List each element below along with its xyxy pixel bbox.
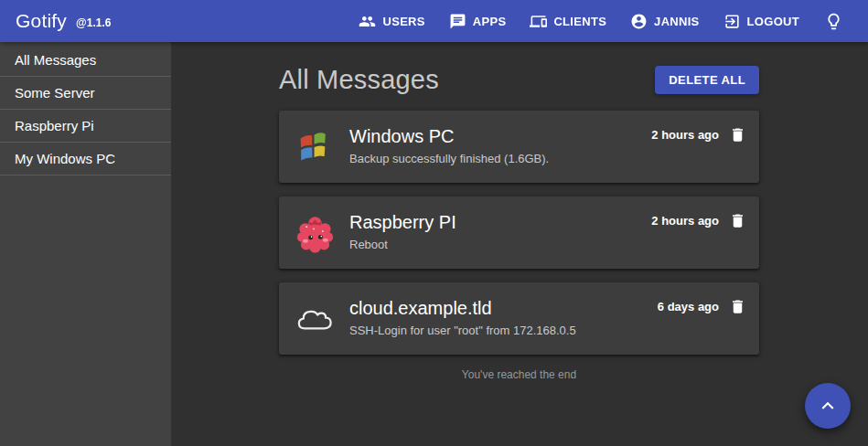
cloud-icon (294, 297, 337, 340)
nav-apps-button[interactable]: APPS (437, 5, 519, 37)
users-icon (359, 13, 376, 30)
nav-users-label: USERS (382, 15, 424, 28)
navbar-actions: USERS APPS CLIENTS JANNIS LOGOUT (347, 5, 852, 38)
nav-username-label: JANNIS (654, 15, 699, 28)
message-title: cloud.example.tld (349, 297, 658, 319)
sidebar: All Messages Some Server Raspberry Pi My… (0, 42, 172, 446)
delete-all-button[interactable]: DELETE ALL (655, 66, 759, 94)
sidebar-item-some-server[interactable]: Some Server (0, 77, 171, 110)
sidebar-item-all-messages[interactable]: All Messages (0, 44, 171, 77)
nav-users-button[interactable]: USERS (347, 5, 436, 37)
account-circle-icon (630, 13, 648, 30)
delete-message-button[interactable] (729, 298, 746, 315)
chevron-up-icon (816, 394, 840, 418)
nav-clients-label: CLIENTS (553, 15, 606, 28)
message-card: cloud.example.tld SSH-Login for user "ro… (279, 282, 759, 355)
page-header: All Messages DELETE ALL (279, 65, 759, 95)
lightbulb-icon (824, 12, 843, 31)
logout-icon (723, 13, 741, 30)
message-body: SSH-Login for user "root" from 172.168.0… (349, 324, 658, 338)
end-of-list-text: You've reached the end (279, 368, 759, 381)
nav-logout-button[interactable]: LOGOUT (712, 5, 811, 37)
trash-icon (729, 212, 746, 229)
raspberry-icon (294, 211, 337, 254)
chat-icon (449, 13, 466, 30)
message-body: Backup successfully finished (1.6GB). (349, 152, 651, 166)
devices-icon (530, 13, 547, 30)
trash-icon (729, 298, 746, 315)
app-version: @1.1.6 (76, 16, 111, 29)
message-card: Raspberry PI Reboot 2 hours ago (279, 196, 759, 269)
trash-icon (729, 126, 746, 143)
theme-toggle-button[interactable] (811, 5, 852, 38)
message-body: Reboot (349, 238, 651, 252)
sidebar-item-label: My Windows PC (15, 151, 115, 166)
sidebar-item-label: Some Server (15, 85, 95, 101)
message-timestamp: 2 hours ago (651, 214, 719, 228)
nav-clients-button[interactable]: CLIENTS (518, 5, 618, 37)
nav-logout-label: LOGOUT (747, 15, 799, 28)
message-title: Raspberry PI (349, 211, 651, 233)
sidebar-item-my-windows-pc[interactable]: My Windows PC (0, 143, 171, 175)
message-timestamp: 2 hours ago (651, 128, 719, 142)
sidebar-item-raspberry-pi[interactable]: Raspberry Pi (0, 110, 171, 143)
windows-logo-icon (294, 125, 337, 168)
message-title: Windows PC (349, 125, 651, 147)
nav-user-account-button[interactable]: JANNIS (618, 5, 711, 37)
page-title: All Messages (279, 65, 439, 95)
main-content: All Messages DELETE ALL Windows PC Backu… (172, 42, 868, 446)
sidebar-item-label: Raspberry Pi (15, 118, 94, 133)
message-timestamp: 6 days ago (658, 300, 719, 313)
sidebar-item-label: All Messages (15, 52, 96, 68)
delete-message-button[interactable] (729, 126, 746, 143)
message-card: Windows PC Backup successfully finished … (279, 111, 759, 183)
top-app-bar: Gotify @1.1.6 USERS APPS CLIENTS JANNIS … (0, 0, 868, 42)
nav-apps-label: APPS (473, 15, 507, 28)
delete-message-button[interactable] (729, 212, 746, 229)
scroll-to-top-button[interactable] (805, 383, 851, 429)
app-title: Gotify (16, 10, 67, 32)
